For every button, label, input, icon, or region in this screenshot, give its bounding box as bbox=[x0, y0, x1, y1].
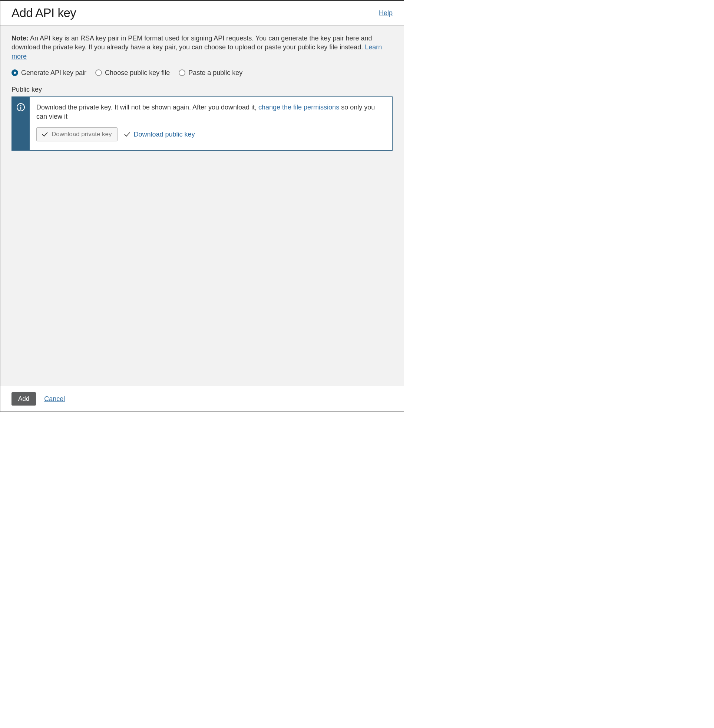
add-button[interactable]: Add bbox=[12, 392, 36, 406]
radio-paste[interactable]: Paste a public key bbox=[178, 69, 243, 77]
info-text: Download the private key. It will not be… bbox=[36, 103, 386, 121]
svg-point-1 bbox=[20, 105, 21, 106]
note-body: An API key is an RSA key pair in PEM for… bbox=[12, 35, 372, 51]
note-paragraph: Note: An API key is an RSA key pair in P… bbox=[12, 34, 393, 61]
radio-icon bbox=[12, 69, 18, 76]
svg-rect-2 bbox=[20, 107, 21, 110]
page-title: Add API key bbox=[12, 6, 76, 20]
download-public-wrap: Download public key bbox=[124, 131, 195, 138]
radio-icon bbox=[178, 69, 185, 76]
note-label: Note: bbox=[12, 35, 28, 42]
radio-label: Paste a public key bbox=[188, 69, 243, 77]
change-permissions-link[interactable]: change the file permissions bbox=[258, 104, 339, 111]
download-private-key-button[interactable]: Download private key bbox=[36, 127, 117, 141]
radio-choose[interactable]: Choose public key file bbox=[95, 69, 170, 77]
info-box: Download the private key. It will not be… bbox=[12, 96, 393, 150]
download-private-label: Download private key bbox=[51, 131, 112, 138]
info-icon bbox=[16, 103, 25, 112]
check-icon bbox=[42, 132, 48, 137]
download-public-key-link[interactable]: Download public key bbox=[134, 131, 195, 138]
check-icon bbox=[124, 132, 130, 137]
radio-label: Generate API key pair bbox=[21, 69, 86, 77]
info-stripe bbox=[12, 97, 30, 150]
cancel-link[interactable]: Cancel bbox=[44, 395, 65, 403]
info-text-before: Download the private key. It will not be… bbox=[36, 104, 258, 111]
radio-group: Generate API key pair Choose public key … bbox=[12, 69, 393, 77]
radio-label: Choose public key file bbox=[105, 69, 170, 77]
radio-generate[interactable]: Generate API key pair bbox=[12, 69, 86, 77]
radio-icon bbox=[95, 69, 102, 76]
help-link[interactable]: Help bbox=[379, 9, 393, 17]
public-key-label: Public key bbox=[12, 86, 393, 93]
